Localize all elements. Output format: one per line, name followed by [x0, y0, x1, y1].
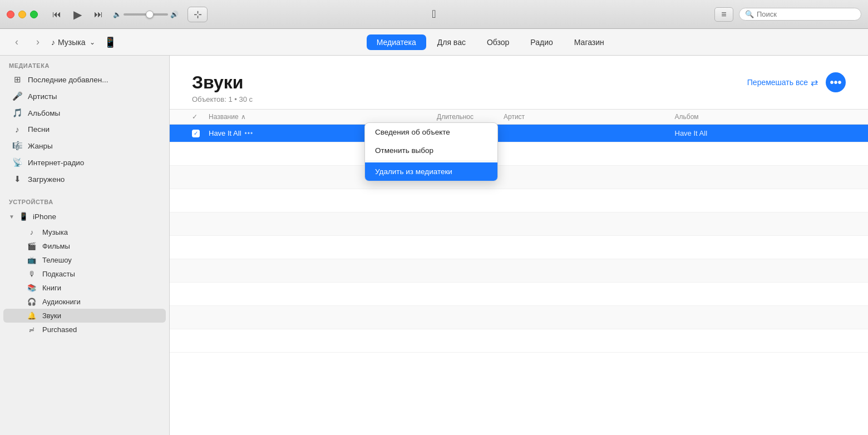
sidebar-item-audiobooks[interactable]: 🎧 Аудиокниги: [3, 295, 166, 309]
empty-row: [170, 189, 868, 212]
sort-icon: ∧: [241, 113, 246, 121]
library-section-label: Медиатека: [0, 56, 169, 71]
header-artist: Артист: [504, 113, 675, 121]
titlebar: ⏮ ▶ ⏭ 🔈 🔊 ⊹  ≡ 🔍: [0, 0, 868, 29]
sidebar-item-internet-radio[interactable]: 📡 Интернет-радио: [3, 154, 166, 171]
empty-row: [170, 236, 868, 259]
forward-button[interactable]: ›: [30, 34, 46, 50]
podcasts-icon: 🎙: [27, 270, 37, 278]
volume-slider[interactable]: 🔈 🔊: [113, 11, 179, 18]
list-view-button[interactable]: ≡: [714, 7, 733, 22]
airplay-button[interactable]: ⊹: [188, 7, 208, 22]
source-chevron-icon: ⌄: [90, 38, 95, 46]
sidebar-item-downloaded[interactable]: ⬇ Загружено: [3, 171, 166, 187]
shuffle-all-button[interactable]: Перемешать все ⇄: [747, 77, 818, 88]
shuffle-icon: ⇄: [811, 77, 818, 88]
more-icon: •••: [830, 76, 841, 89]
apple-logo: : [432, 8, 436, 21]
table-header: ✓ Название ∧ Длительнос Артист Альбом: [170, 109, 868, 125]
sidebar-item-songs[interactable]: ♪ Песни: [3, 121, 166, 137]
empty-row: [170, 306, 868, 329]
tab-radio[interactable]: Радио: [520, 34, 563, 50]
context-item-deselect[interactable]: Отменить выбор: [365, 141, 497, 160]
search-input[interactable]: [757, 10, 855, 18]
artist-icon: 🎤: [12, 91, 22, 101]
content-header: Звуки Объектов: 1 • 30 с Перемешать все …: [170, 56, 868, 109]
tvshows-icon: 📺: [27, 256, 37, 264]
devices-section-label: Устройства: [0, 192, 169, 207]
context-item-delete[interactable]: Удалить из медиатеки: [365, 162, 497, 181]
header-duration: Длительнос: [437, 113, 504, 121]
genres-icon: 🎼: [12, 141, 22, 151]
table-row[interactable]: ✓ Have It All ••• Have It All: [170, 125, 868, 142]
sidebar-item-podcasts[interactable]: 🎙 Подкасты: [3, 267, 166, 281]
maximize-button[interactable]: [30, 11, 38, 18]
volume-high-icon: 🔊: [170, 11, 179, 18]
more-options-button[interactable]: •••: [826, 72, 846, 92]
radio-icon: 📡: [12, 157, 22, 167]
sidebar-item-genres[interactable]: 🎼 Жанры: [3, 137, 166, 154]
download-icon: ⬇: [12, 174, 22, 184]
books-icon: 📚: [27, 284, 37, 292]
tab-foryou[interactable]: Для вас: [427, 34, 476, 50]
rewind-button[interactable]: ⏮: [50, 8, 63, 21]
sidebar-item-music[interactable]: ♪ Музыка: [3, 225, 166, 239]
sidebar-item-movies[interactable]: 🎬 Фильмы: [3, 239, 166, 253]
toolbar: ‹ › ♪ Медиатека Музыка ⌄ 📱 Медиатека Для…: [0, 29, 868, 56]
minimize-button[interactable]: [18, 11, 26, 18]
sidebar-item-purchased[interactable]: ≓ Purchased: [3, 323, 166, 337]
empty-row: [170, 259, 868, 283]
page-title: Звуки: [192, 72, 253, 93]
fastforward-button[interactable]: ⏭: [92, 8, 105, 21]
tab-store[interactable]: Магазин: [564, 34, 614, 50]
titlebar-right: ≡ 🔍: [714, 7, 861, 22]
sidebar-item-books[interactable]: 📚 Книги: [3, 281, 166, 295]
airplay-icon: ⊹: [194, 8, 202, 21]
grid-icon: ⊞: [12, 75, 22, 85]
tab-browse[interactable]: Обзор: [477, 34, 519, 50]
context-menu-divider: [365, 161, 497, 161]
device-icon: 📱: [104, 36, 116, 48]
empty-row: [170, 329, 868, 353]
search-icon: 🔍: [745, 10, 754, 18]
sidebar-item-artists[interactable]: 🎤 Артисты: [3, 88, 166, 105]
row-checkbox[interactable]: ✓: [192, 130, 209, 137]
album-icon: 🎵: [12, 108, 22, 118]
back-button[interactable]: ‹: [9, 34, 24, 50]
search-box[interactable]: 🔍: [739, 8, 861, 21]
volume-low-icon: 🔈: [113, 11, 121, 18]
traffic-lights: [7, 11, 38, 18]
header-album: Альбом: [675, 113, 846, 121]
play-button[interactable]: ▶: [71, 7, 84, 22]
device-header[interactable]: ▼ 📱 iPhone: [0, 207, 169, 225]
content-area: Звуки Объектов: 1 • 30 с Перемешать все …: [170, 56, 868, 435]
page-subtitle: Объектов: 1 • 30 с: [192, 95, 253, 103]
back-icon: ‹: [15, 36, 18, 48]
sidebar: Медиатека ⊞ Последние добавлен... 🎤 Арти…: [0, 56, 170, 435]
sidebar-item-albums[interactable]: 🎵 Альбомы: [3, 105, 166, 121]
tab-library[interactable]: Медиатека: [367, 34, 426, 50]
purchased-icon: ≓: [27, 326, 37, 334]
movies-icon: 🎬: [27, 242, 37, 250]
empty-row: [170, 142, 868, 166]
volume-thumb[interactable]: [146, 11, 154, 18]
device-icon-sidebar: 📱: [19, 212, 28, 221]
empty-row: [170, 212, 868, 236]
source-selector[interactable]: ♪ Медиатека Музыка ⌄: [51, 38, 95, 47]
close-button[interactable]: [7, 11, 14, 18]
header-actions: Перемешать все ⇄ •••: [747, 72, 846, 92]
source-name: Музыка: [58, 38, 86, 47]
sidebar-item-tvshows[interactable]: 📺 Телешоу: [3, 253, 166, 267]
song-icon: ♪: [12, 125, 22, 134]
context-item-info[interactable]: Сведения об объекте: [365, 123, 497, 141]
audiobooks-icon: 🎧: [27, 298, 37, 306]
main: Медиатека ⊞ Последние добавлен... 🎤 Арти…: [0, 56, 868, 435]
device-chevron-icon: ▼: [9, 214, 14, 220]
music-note-icon: ♪: [51, 38, 55, 47]
sidebar-item-tones[interactable]: 🔔 Звуки: [3, 309, 166, 323]
sidebar-item-recently-added[interactable]: ⊞ Последние добавлен...: [3, 71, 166, 88]
header-name[interactable]: Название ∧: [209, 113, 437, 121]
music-icon: ♪: [27, 228, 37, 236]
context-menu: Сведения об объекте Отменить выбор Удали…: [364, 122, 498, 181]
table-container: ✓ Название ∧ Длительнос Артист Альбом: [170, 109, 868, 435]
